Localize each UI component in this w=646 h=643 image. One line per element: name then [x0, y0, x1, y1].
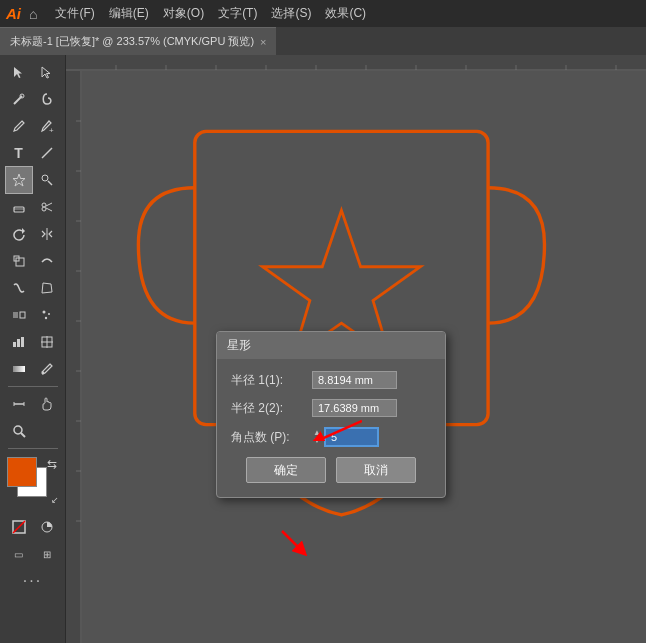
confirm-button[interactable]: 确定: [246, 457, 326, 483]
ruler-vertical: [66, 71, 82, 643]
measure-tool[interactable]: [6, 391, 32, 417]
star-dialog: 星形 半径 1(1): 半径 2(2): 角点数 (P):: [216, 331, 446, 498]
free-distort-tool[interactable]: [34, 275, 60, 301]
cancel-button[interactable]: 取消: [336, 457, 416, 483]
tool-row-blend: [6, 302, 60, 328]
dialog-body: 半径 1(1): 半径 2(2): 角点数 (P): ▲: [217, 359, 445, 497]
active-tab[interactable]: 未标题-1 [已恢复]* @ 233.57% (CMYK/GPU 预览) ×: [0, 27, 276, 55]
svg-line-3: [42, 148, 52, 158]
scissors-tool[interactable]: [34, 194, 60, 220]
line-tool[interactable]: [34, 140, 60, 166]
dialog-title-bar: 星形: [217, 332, 445, 359]
menu-file[interactable]: 文件(F): [49, 3, 100, 24]
main-layout: + T: [0, 55, 646, 643]
toolbar: + T: [0, 55, 66, 643]
reflect-tool[interactable]: [34, 221, 60, 247]
scale-tool[interactable]: [6, 248, 32, 274]
radius2-row: 半径 2(2):: [231, 399, 431, 417]
menu-edit[interactable]: 编辑(E): [103, 3, 155, 24]
svg-marker-17: [42, 283, 52, 293]
tool-row-pen: +: [6, 113, 60, 139]
symbol-sprayer-tool[interactable]: [34, 302, 60, 328]
menu-type[interactable]: 文字(T): [212, 3, 263, 24]
change-screen-mode-1[interactable]: ▭: [6, 541, 32, 567]
svg-marker-4: [13, 174, 25, 186]
svg-rect-18: [13, 312, 18, 318]
mesh-tool[interactable]: [34, 329, 60, 355]
change-screen-mode-2[interactable]: ⊞: [34, 541, 60, 567]
svg-line-37: [13, 521, 25, 533]
tool-row-measure: [6, 391, 60, 417]
eyedropper-tool[interactable]: [34, 356, 60, 382]
hand-tool[interactable]: [34, 391, 60, 417]
tool-divider-2: [8, 448, 58, 449]
tool-row-type: T: [6, 140, 60, 166]
svg-point-21: [48, 313, 50, 315]
top-bar: Ai ⌂ 文件(F) 编辑(E) 对象(O) 文字(T) 选择(S) 效果(C): [0, 0, 646, 27]
fill-none-icon[interactable]: [6, 514, 32, 540]
blend-tool[interactable]: [6, 302, 32, 328]
foreground-color-swatch[interactable]: [7, 457, 37, 487]
tab-close-button[interactable]: ×: [260, 36, 266, 48]
eraser-tool[interactable]: [6, 194, 32, 220]
menu-effect[interactable]: 效果(C): [319, 3, 372, 24]
points-input[interactable]: [324, 427, 379, 447]
svg-rect-15: [16, 258, 24, 266]
svg-rect-25: [21, 337, 24, 347]
svg-line-30: [42, 372, 44, 374]
menu-select[interactable]: 选择(S): [265, 3, 317, 24]
pen-tool[interactable]: [6, 113, 32, 139]
spinner-down[interactable]: ▼: [312, 437, 322, 445]
points-spinner: ▲ ▼: [312, 427, 379, 447]
svg-point-20: [42, 311, 45, 314]
add-anchor-tool[interactable]: +: [34, 113, 60, 139]
select-tool[interactable]: [6, 59, 32, 85]
svg-point-34: [14, 426, 22, 434]
more-tools[interactable]: ···: [23, 572, 42, 590]
type-tool[interactable]: T: [6, 140, 32, 166]
svg-rect-19: [20, 312, 25, 318]
zoom-tool[interactable]: [6, 418, 32, 444]
color-swatches[interactable]: ⇆ ↙: [7, 457, 59, 505]
tool-divider: [8, 386, 58, 387]
radius1-input[interactable]: [312, 371, 397, 389]
star-tool[interactable]: [6, 167, 32, 193]
menu-object[interactable]: 对象(O): [157, 3, 210, 24]
direct-select-tool[interactable]: [34, 59, 60, 85]
svg-line-6: [48, 181, 52, 185]
svg-line-11: [46, 203, 52, 206]
canvas-content: 星形 半径 1(1): 半径 2(2): 角点数 (P):: [66, 71, 646, 643]
reset-colors-icon[interactable]: ↙: [51, 495, 59, 505]
tool-row-zoom: [6, 418, 60, 444]
svg-rect-29: [13, 366, 25, 372]
gradient-tool[interactable]: [6, 356, 32, 382]
dialog-buttons: 确定 取消: [231, 457, 431, 487]
points-label: 角点数 (P):: [231, 429, 306, 446]
tool-row-view: ▭ ⊞: [6, 541, 60, 567]
tool-row-warp: [6, 275, 60, 301]
reshape-tool[interactable]: [34, 248, 60, 274]
tool-row-magic: [6, 86, 60, 112]
ai-logo: Ai: [6, 5, 21, 22]
color-mode-icon[interactable]: [34, 514, 60, 540]
svg-text:+: +: [49, 126, 54, 133]
empty-slot: [34, 418, 60, 444]
column-graph-tool[interactable]: [6, 329, 32, 355]
radius1-label: 半径 1(1):: [231, 372, 306, 389]
magic-wand-tool[interactable]: [6, 86, 32, 112]
svg-rect-24: [17, 339, 20, 347]
home-icon[interactable]: ⌂: [29, 6, 37, 22]
flare-tool[interactable]: [34, 167, 60, 193]
menu-bar: 文件(F) 编辑(E) 对象(O) 文字(T) 选择(S) 效果(C): [49, 3, 640, 24]
rotate-tool[interactable]: [6, 221, 32, 247]
warp-tool[interactable]: [6, 275, 32, 301]
svg-point-5: [42, 175, 48, 181]
svg-marker-13: [22, 228, 25, 234]
lasso-tool[interactable]: [34, 86, 60, 112]
spinner-arrows: ▲ ▼: [312, 429, 322, 445]
radius2-input[interactable]: [312, 399, 397, 417]
svg-point-10: [42, 207, 46, 211]
svg-rect-23: [13, 342, 16, 347]
swap-colors-icon[interactable]: ⇆: [47, 457, 57, 471]
tool-row-select: [6, 59, 60, 85]
